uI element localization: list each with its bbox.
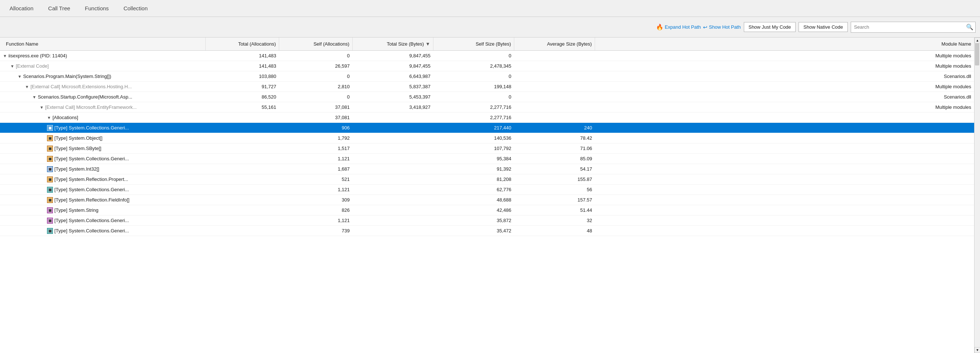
- row-name: [External Call] Microsoft.Extensions.Hos…: [30, 84, 132, 89]
- table-row[interactable]: ▼ [Allocations] 37,081 2,277,716: [0, 112, 974, 123]
- type-icon: ▣: [47, 145, 53, 152]
- table-row[interactable]: ▣ [Type] System.Reflection.Propert... 52…: [0, 174, 974, 185]
- tab-allocation[interactable]: Allocation: [3, 0, 40, 16]
- cell-total-size: 5,453,397: [353, 92, 433, 102]
- table-row[interactable]: ▼ [External Call] Microsoft.EntityFramew…: [0, 102, 974, 112]
- cell-name: ▼ Scenarios.Startup.Configure(Microsoft.…: [0, 92, 206, 102]
- cell-avg-size: 85.09: [514, 154, 595, 164]
- cell-total-size: [353, 133, 433, 143]
- cell-name: ▣ [Type] System.Int32[]: [0, 164, 206, 174]
- search-box[interactable]: 🔍: [851, 22, 975, 33]
- cell-total-size: [353, 185, 433, 195]
- cell-self-size: 42,486: [433, 205, 514, 215]
- toolbar: 🔥 Expand Hot Path ↩ Show Hot Path Show J…: [0, 17, 980, 37]
- scroll-thumb[interactable]: [975, 43, 979, 65]
- cell-self-size: 81,208: [433, 174, 514, 184]
- col-avg-size[interactable]: Average Size (Bytes): [514, 37, 595, 50]
- col-function-name[interactable]: Function Name: [0, 37, 206, 50]
- cell-self-alloc: 1,792: [279, 133, 353, 143]
- cell-module: [595, 164, 974, 174]
- table-row[interactable]: ▣ [Type] System.Collections.Generi... 1,…: [0, 185, 974, 195]
- scroll-track[interactable]: [975, 43, 980, 347]
- cell-avg-size: [514, 51, 595, 61]
- cell-total-size: 3,418,927: [353, 102, 433, 112]
- cell-total-size: [353, 112, 433, 123]
- table-row[interactable]: ▼ [External Code] 141,483 26,597 9,847,4…: [0, 61, 974, 71]
- scroll-down-button[interactable]: ▼: [975, 347, 980, 353]
- hot-path-group: 🔥 Expand Hot Path ↩ Show Hot Path: [656, 24, 741, 30]
- table-row[interactable]: ▣ [Type] System.Collections.Generi... 1,…: [0, 216, 974, 226]
- table-row[interactable]: ▣ [Type] System.String 826 42,486 51.44: [0, 205, 974, 216]
- show-native-code-button[interactable]: Show Native Code: [799, 22, 848, 32]
- cell-self-size: 62,776: [433, 185, 514, 195]
- cell-self-size: 217,440: [433, 123, 514, 133]
- cell-avg-size: 51.44: [514, 205, 595, 215]
- cell-module: Scenarios.dll: [595, 71, 974, 81]
- cell-total-alloc: [206, 144, 279, 153]
- table-row[interactable]: ▼ iisexpress.exe (PID: 11404) 141,483 0 …: [0, 51, 974, 61]
- expand-hot-path-link[interactable]: 🔥 Expand Hot Path: [656, 24, 701, 30]
- cell-self-size: 0: [433, 71, 514, 81]
- table-row[interactable]: ▣ [Type] System.Object[] 1,792 140,536 7…: [0, 133, 974, 144]
- table-header: Function Name Total (Allocations) Self (…: [0, 37, 974, 51]
- cell-self-alloc: 1,121: [279, 185, 353, 195]
- cell-name: ▼ iisexpress.exe (PID: 11404): [0, 51, 206, 61]
- row-name: [Type] System.Int32[]: [54, 166, 99, 172]
- cell-module: Multiple modules: [595, 61, 974, 71]
- cell-avg-size: [514, 92, 595, 102]
- row-name: [Type] System.SByte[]: [54, 145, 101, 151]
- cell-name: ▣ [Type] System.SByte[]: [0, 144, 206, 153]
- cell-module: [595, 185, 974, 195]
- tab-call-tree[interactable]: Call Tree: [41, 0, 77, 16]
- show-hot-path-label: Show Hot Path: [709, 24, 741, 30]
- table-row[interactable]: ▣ [Type] System.Collections.Generi... 90…: [0, 123, 974, 133]
- cell-total-size: [353, 195, 433, 205]
- cell-self-alloc: 1,121: [279, 216, 353, 225]
- table-row[interactable]: ▼ Scenarios.Startup.Configure(Microsoft.…: [0, 92, 974, 102]
- tab-functions[interactable]: Functions: [78, 0, 115, 16]
- col-self-alloc-label: Self (Allocations): [313, 41, 349, 47]
- col-module[interactable]: Module Name: [595, 37, 974, 50]
- table-row[interactable]: ▣ [Type] System.Collections.Generi... 73…: [0, 226, 974, 236]
- row-name: [External Code]: [16, 63, 49, 69]
- col-self-size[interactable]: Self Size (Bytes): [433, 37, 514, 50]
- row-name: [Type] System.Reflection.Propert...: [54, 177, 128, 182]
- cell-module: [595, 195, 974, 205]
- cell-avg-size: [514, 102, 595, 112]
- cell-avg-size: 240: [514, 123, 595, 133]
- search-icon-button[interactable]: 🔍: [964, 22, 975, 33]
- cell-self-size: 35,872: [433, 216, 514, 225]
- row-name: [Type] System.Collections.Generi...: [54, 125, 129, 131]
- cell-self-size: 0: [433, 92, 514, 102]
- flame-icon: 🔥: [656, 24, 663, 30]
- table-row[interactable]: ▼ [External Call] Microsoft.Extensions.H…: [0, 81, 974, 92]
- table-row[interactable]: ▣ [Type] System.SByte[] 1,517 107,792 71…: [0, 144, 974, 154]
- row-name: [Type] System.Collections.Generi...: [54, 228, 129, 233]
- tab-collection[interactable]: Collection: [117, 0, 154, 16]
- row-name: [Type] System.Object[]: [54, 135, 102, 141]
- cell-self-alloc: 521: [279, 174, 353, 184]
- cell-self-alloc: 37,081: [279, 102, 353, 112]
- cell-avg-size: 155.87: [514, 174, 595, 184]
- table-row[interactable]: ▣ [Type] System.Collections.Generi... 1,…: [0, 154, 974, 164]
- col-total-size[interactable]: Total Size (Bytes) ▼: [353, 37, 433, 50]
- cell-module: [595, 154, 974, 164]
- table-body: ▼ iisexpress.exe (PID: 11404) 141,483 0 …: [0, 51, 974, 353]
- col-total-size-label: Total Size (Bytes): [387, 41, 424, 47]
- table-row[interactable]: ▣ [Type] System.Int32[] 1,687 91,392 54.…: [0, 164, 974, 174]
- expand-icon: ▼: [18, 74, 22, 79]
- cell-module: Multiple modules: [595, 81, 974, 91]
- col-total-alloc[interactable]: Total (Allocations): [206, 37, 279, 50]
- vertical-scrollbar[interactable]: ▲ ▼: [974, 37, 980, 353]
- cell-avg-size: 32: [514, 216, 595, 225]
- cell-avg-size: [514, 61, 595, 71]
- table-row[interactable]: ▣ [Type] System.Reflection.FieldInfo[] 3…: [0, 195, 974, 205]
- table-container: Function Name Total (Allocations) Self (…: [0, 37, 974, 353]
- col-self-alloc[interactable]: Self (Allocations): [279, 37, 353, 50]
- scroll-up-button[interactable]: ▲: [975, 37, 980, 43]
- cell-total-alloc: 103,880: [206, 71, 279, 81]
- show-hot-path-link[interactable]: ↩ Show Hot Path: [703, 24, 741, 30]
- table-row[interactable]: ▼ Scenarios.Program.Main(System.String[]…: [0, 71, 974, 81]
- search-input[interactable]: [851, 23, 964, 31]
- show-just-my-code-button[interactable]: Show Just My Code: [744, 22, 796, 32]
